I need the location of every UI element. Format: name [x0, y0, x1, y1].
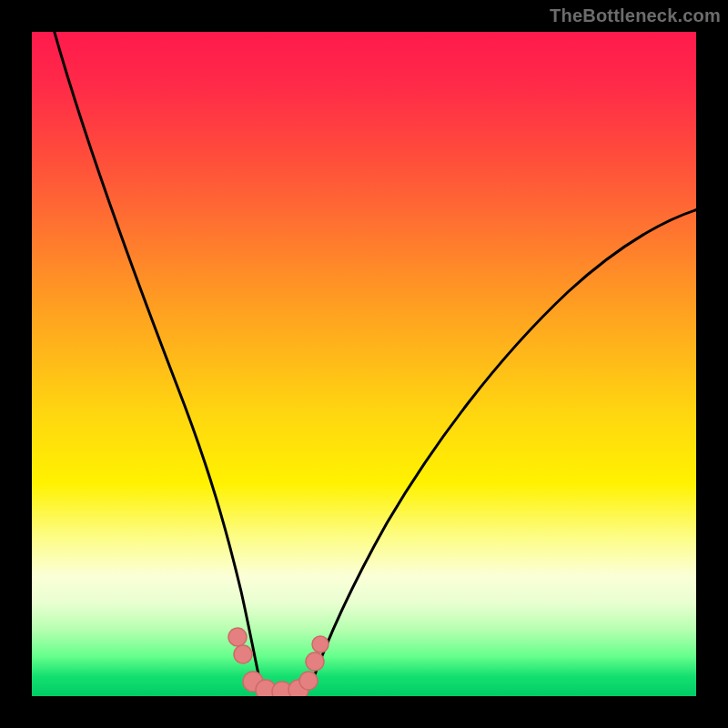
- dot: [299, 672, 318, 690]
- right-branch-path: [310, 209, 696, 687]
- valley-dots-group: [228, 628, 329, 696]
- chart-svg: [32, 32, 696, 696]
- dot: [312, 636, 329, 652]
- dot: [306, 652, 324, 671]
- dot: [228, 628, 247, 646]
- plot-area: [32, 32, 696, 696]
- watermark-text: TheBottleneck.com: [550, 5, 721, 26]
- outer-frame: TheBottleneck.com: [0, 0, 728, 728]
- left-branch-path: [52, 32, 261, 687]
- dot: [234, 645, 252, 663]
